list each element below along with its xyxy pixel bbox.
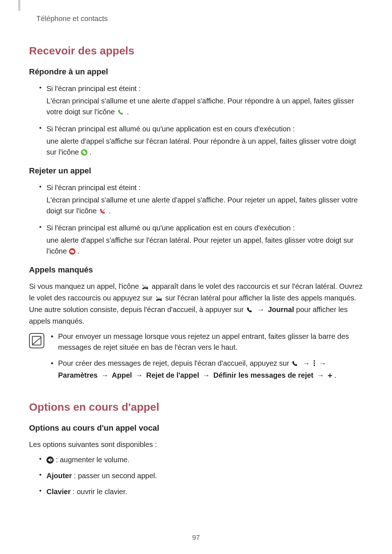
item-lead: Si l'écran principal est éteint : [46, 184, 141, 192]
volume-up-icon [46, 456, 54, 464]
phone-reject-icon [99, 206, 106, 217]
path-bold: Appel [112, 371, 132, 379]
arrow-text: → [203, 371, 212, 379]
list-item: : augmenter le volume. [39, 454, 363, 465]
bold-journal: Journal [268, 305, 294, 313]
heading-recevoir: Recevoir des appels [29, 45, 363, 57]
subheading-repondre: Répondre à un appel [29, 67, 363, 77]
path-bold: Rejet de l'appel [146, 371, 199, 379]
plus-icon: + [328, 372, 332, 380]
page-edge-tab [18, 0, 20, 11]
item-lead: Si l'écran principal est éteint : [46, 85, 141, 93]
phone-reject-badge-icon [69, 248, 75, 255]
note-list: Pour envoyer un message lorsque vous rej… [51, 331, 363, 386]
phone-icon [292, 359, 298, 370]
list-repondre: Si l'écran principal est éteint : L'écra… [29, 83, 363, 157]
subheading-manques: Appels manqués [29, 265, 363, 275]
para-manques: Si vous manquez un appel, l'icône appara… [29, 281, 363, 327]
item-text-end: . [127, 108, 129, 116]
list-item: Ajouter : passer un second appel. [39, 470, 363, 481]
path-bold: Définir les messages de rejet [213, 371, 314, 379]
breadcrumb: Téléphone et contacts [36, 15, 363, 23]
page-number: 97 [0, 534, 392, 542]
missed-call-icon [155, 294, 163, 304]
missed-call-icon [142, 282, 149, 293]
list-item: Si l'écran principal est éteint : L'écra… [39, 83, 363, 118]
item-body: L'écran principal s'allume et une alerte… [46, 194, 363, 217]
list-item: Si l'écran principal est allumé ou qu'un… [39, 123, 363, 157]
subheading-rejeter: Rejeter un appel [29, 166, 363, 176]
note-icon [29, 333, 44, 348]
list-item: Si l'écran principal est éteint : L'écra… [39, 182, 363, 217]
phone-icon [246, 305, 253, 316]
note-block: Pour envoyer un message lorsque vous rej… [29, 331, 363, 386]
list-item: Pour envoyer un message lorsque vous rej… [51, 331, 363, 353]
item-text-end: . [109, 207, 111, 215]
item-body: L'écran principal s'allume et une alerte… [46, 95, 363, 118]
list-item: Clavier : ouvrir le clavier. [39, 486, 363, 497]
item-body: une alerte d'appel s'affiche sur l'écran… [46, 136, 363, 157]
para-options-intro: Les options suivantes sont disponibles : [29, 439, 363, 450]
list-options: : augmenter le volume. Ajouter : passer … [29, 454, 363, 497]
arrow-text: → [319, 359, 326, 367]
list-item: Si l'écran principal est allumé ou qu'un… [39, 222, 363, 257]
path-bold: Paramètres [58, 371, 98, 379]
item-text: L'écran principal s'allume et une alerte… [46, 196, 358, 215]
dot-text: . [334, 371, 336, 379]
item-text: : ouvrir le clavier. [71, 488, 127, 496]
item-text: : augmenter le volume. [56, 456, 130, 464]
subheading-options-vocal: Options au cours d'un appel vocal [29, 423, 363, 433]
arrow-text: → [257, 305, 266, 313]
item-text: une alerte d'appel s'affiche sur l'écran… [46, 137, 356, 156]
vertical-dots-icon [314, 360, 316, 367]
item-bold: Clavier [46, 488, 71, 496]
arrow-text: → [303, 359, 312, 367]
item-text-end: . [90, 148, 92, 156]
phone-answer-badge-icon [81, 149, 87, 156]
item-bold: Ajouter [46, 472, 72, 480]
item-text-end: . [77, 247, 79, 255]
item-text: : passer un second appel. [72, 472, 157, 480]
item-body: une alerte d'appel s'affiche sur l'écran… [46, 235, 363, 257]
list-rejeter: Si l'écran principal est éteint : L'écra… [29, 182, 363, 257]
item-text: Pour créer des messages de rejet, depuis… [58, 359, 291, 367]
heading-options: Options en cours d'appel [29, 401, 363, 413]
arrow-text: → [317, 371, 326, 379]
list-item: Pour créer des messages de rejet, depuis… [51, 358, 363, 381]
arrow-text: → [101, 371, 111, 379]
para-text: Si vous manquez un appel, l'icône [29, 282, 141, 290]
item-lead: Si l'écran principal est allumé ou qu'un… [46, 125, 295, 133]
arrow-text: → [135, 371, 145, 379]
item-text: L'écran principal s'allume et une alerte… [46, 97, 354, 116]
phone-answer-icon [118, 107, 124, 118]
item-text: une alerte d'appel s'affiche sur l'écran… [46, 236, 354, 255]
item-lead: Si l'écran principal est allumé ou qu'un… [46, 224, 295, 232]
